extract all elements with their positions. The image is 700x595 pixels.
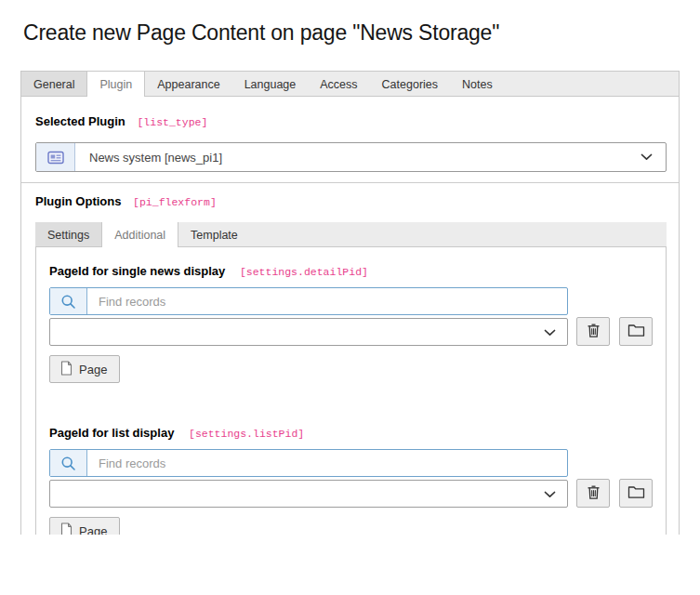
browse-records-button[interactable] bbox=[619, 317, 653, 346]
browse-records-button[interactable] bbox=[619, 479, 653, 508]
tab-language[interactable]: Language bbox=[232, 72, 309, 97]
record-edit-panel: General Plugin Appearance Language Acces… bbox=[20, 71, 680, 535]
tab-appearance[interactable]: Appearance bbox=[145, 72, 231, 97]
trash-icon bbox=[587, 484, 601, 503]
page-title: Create new Page Content on page "News St… bbox=[23, 20, 499, 46]
selected-plugin-fieldname: [list_type] bbox=[137, 116, 207, 128]
tab-plugin[interactable]: Plugin bbox=[86, 72, 145, 97]
tab-categories[interactable]: Categories bbox=[370, 72, 450, 97]
page-icon bbox=[60, 361, 73, 378]
chevron-down-icon bbox=[544, 324, 556, 340]
folder-icon bbox=[627, 324, 645, 340]
tab-general[interactable]: General bbox=[21, 72, 86, 97]
page-icon bbox=[60, 522, 73, 536]
listpid-search-input[interactable] bbox=[87, 450, 567, 476]
flexform-tabbar: Settings Additional Template bbox=[35, 222, 667, 247]
search-icon bbox=[50, 288, 87, 314]
listpid-fieldname: [settings.listPid] bbox=[189, 428, 304, 440]
selected-plugin-value: News system [news_pi1] bbox=[75, 143, 641, 171]
field-section-detailpid: PageId for single news display [settings… bbox=[49, 264, 653, 383]
flexform-tabs-panel: Settings Additional Template PageId for … bbox=[35, 222, 667, 535]
detailpid-value-row bbox=[49, 317, 653, 346]
plugin-options-label: Plugin Options bbox=[35, 194, 121, 208]
delete-record-button[interactable] bbox=[576, 317, 610, 346]
tab-settings[interactable]: Settings bbox=[35, 222, 101, 247]
selected-plugin-label-row: Selected Plugin [list_type] bbox=[35, 114, 665, 130]
detailpid-search-input[interactable] bbox=[87, 288, 567, 314]
selected-plugin-select[interactable]: News system [news_pi1] bbox=[35, 142, 667, 172]
plugin-tab-content: Selected Plugin [list_type] News system … bbox=[21, 114, 679, 535]
plugin-options-fieldname: [pi_flexform] bbox=[133, 196, 217, 208]
detailpid-fieldname: [settings.detailPid] bbox=[240, 266, 368, 278]
detailpid-label-row: PageId for single news display [settings… bbox=[49, 264, 653, 280]
viewport: Create new Page Content on page "News St… bbox=[0, 0, 700, 535]
flexform-additional-content: PageId for single news display [settings… bbox=[35, 247, 667, 535]
delete-record-button[interactable] bbox=[576, 479, 610, 508]
detailpid-record-search bbox=[49, 287, 568, 315]
page-button-label: Page bbox=[79, 363, 107, 377]
main-tabbar: General Plugin Appearance Language Acces… bbox=[21, 72, 679, 97]
page-button-label: Page bbox=[79, 524, 107, 536]
chevron-down-icon bbox=[544, 485, 556, 502]
form-group-divider bbox=[21, 182, 679, 183]
add-page-record-button[interactable]: Page bbox=[49, 517, 120, 535]
search-icon bbox=[50, 450, 87, 476]
detailpid-selected-items[interactable] bbox=[49, 318, 568, 346]
tab-access[interactable]: Access bbox=[308, 72, 369, 97]
listpid-selected-items[interactable] bbox=[49, 480, 568, 508]
chevron-down-icon bbox=[641, 143, 666, 171]
newspaper-plugin-icon bbox=[36, 143, 75, 171]
tab-notes[interactable]: Notes bbox=[450, 72, 505, 97]
folder-icon bbox=[627, 485, 645, 502]
listpid-record-search bbox=[49, 449, 568, 477]
trash-icon bbox=[587, 323, 601, 341]
add-page-record-button[interactable]: Page bbox=[49, 355, 120, 383]
tab-additional[interactable]: Additional bbox=[101, 222, 178, 247]
listpid-value-row bbox=[49, 479, 653, 508]
listpid-label-row: PageId for list display [settings.listPi… bbox=[49, 426, 653, 442]
field-section-listpid: PageId for list display [settings.listPi… bbox=[49, 426, 653, 535]
listpid-label: PageId for list display bbox=[49, 426, 174, 440]
plugin-options-label-row: Plugin Options [pi_flexform] bbox=[35, 194, 665, 210]
selected-plugin-label: Selected Plugin bbox=[35, 114, 125, 128]
tab-template[interactable]: Template bbox=[178, 222, 250, 247]
detailpid-label: PageId for single news display bbox=[49, 264, 225, 278]
